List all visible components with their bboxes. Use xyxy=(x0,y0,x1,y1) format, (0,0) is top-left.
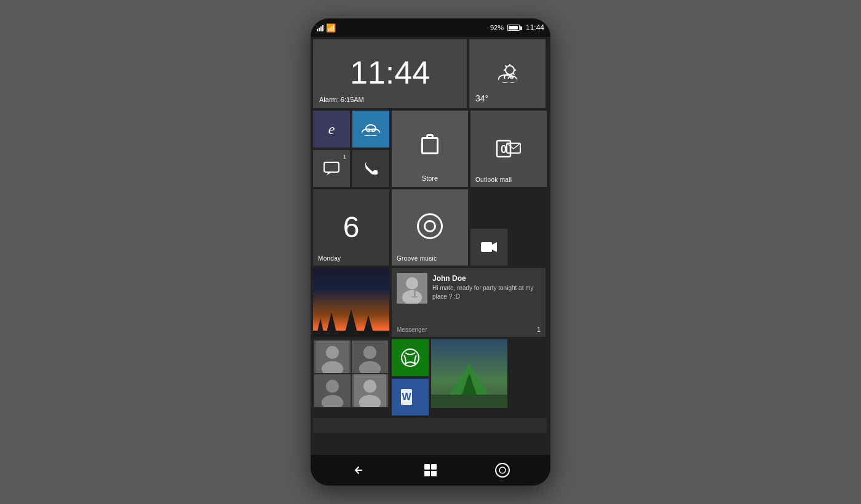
battery-icon xyxy=(507,25,520,31)
small-tiles-column: e xyxy=(313,111,389,187)
edge-icon: e xyxy=(328,121,335,138)
tile-video[interactable] xyxy=(470,229,507,266)
tile-partial xyxy=(313,418,547,433)
xbox-word-column: W xyxy=(392,339,429,415)
outlook-icon: 0 xyxy=(496,137,522,160)
svg-point-29 xyxy=(406,277,418,289)
svg-rect-15 xyxy=(366,132,376,135)
xbox-icon xyxy=(400,348,420,368)
photo-icon xyxy=(431,339,507,408)
word-icon: W xyxy=(400,388,421,406)
tile-groove[interactable]: Groove music xyxy=(392,189,468,266)
messenger-contact-name: John Doe xyxy=(432,274,541,283)
status-right: 92% 11:44 xyxy=(490,23,544,32)
status-left: 📶 xyxy=(317,23,336,33)
bottom-nav xyxy=(311,455,550,486)
tile-onedrive[interactable] xyxy=(352,111,389,148)
svg-rect-27 xyxy=(313,331,389,337)
calendar-day: Monday xyxy=(318,255,341,262)
people-thumb-1 xyxy=(314,341,351,373)
tile-messenger[interactable]: John Doe Hi mate, ready for party tonigh… xyxy=(392,268,546,337)
tile-sunset-bg xyxy=(313,268,389,337)
row-4: John Doe Hi mate, ready for party tonigh… xyxy=(313,268,548,337)
svg-line-6 xyxy=(513,73,514,74)
tile-calendar[interactable]: 6 Monday xyxy=(313,189,389,266)
svg-marker-22 xyxy=(492,242,497,252)
status-time: 11:44 xyxy=(526,23,544,32)
svg-rect-10 xyxy=(499,79,517,82)
row-1: 11:44 Alarm: 6:15AM xyxy=(313,39,548,108)
svg-point-53 xyxy=(499,467,506,473)
cortana-button[interactable] xyxy=(490,458,515,482)
people-thumb-4 xyxy=(352,374,388,407)
video-icon xyxy=(480,240,498,254)
groove-label: Groove music xyxy=(397,255,437,262)
row-6 xyxy=(313,418,548,433)
windows-logo-icon xyxy=(424,464,437,476)
svg-point-37 xyxy=(363,346,376,359)
svg-text:0: 0 xyxy=(501,143,507,156)
tile-people[interactable] xyxy=(313,339,389,408)
store-icon xyxy=(421,137,438,156)
svg-point-40 xyxy=(326,380,339,393)
messenger-app-label: Messenger xyxy=(397,326,427,333)
svg-rect-21 xyxy=(481,242,492,252)
messenger-avatar xyxy=(397,273,427,304)
tile-weather[interactable]: 34° xyxy=(469,39,546,108)
clock-time: 11:44 xyxy=(350,57,430,89)
sunset-trees-icon xyxy=(313,300,389,337)
contact-avatar xyxy=(397,273,427,304)
svg-text:W: W xyxy=(402,392,411,402)
phone-icon xyxy=(364,161,378,176)
windows-button[interactable] xyxy=(418,458,443,482)
clock-alarm: Alarm: 6:15AM xyxy=(319,96,364,103)
battery-percent: 92% xyxy=(490,24,504,31)
outlook-label: Outlook mail xyxy=(475,176,512,183)
messenger-text: John Doe Hi mate, ready for party tonigh… xyxy=(432,273,541,332)
svg-line-5 xyxy=(506,66,507,67)
onedrive-icon xyxy=(362,122,380,136)
tile-word[interactable]: W xyxy=(392,379,429,415)
row-5: W xyxy=(313,339,548,415)
messaging-icon xyxy=(323,162,339,175)
back-button[interactable] xyxy=(346,458,371,482)
messenger-message: Hi mate, ready for party tonight at my p… xyxy=(432,284,541,301)
wifi-icon: 📶 xyxy=(326,23,336,33)
weather-icon xyxy=(495,63,520,85)
row-3: 6 Monday Groove music xyxy=(313,189,548,266)
svg-point-34 xyxy=(326,346,339,359)
weather-temp: 34° xyxy=(475,93,488,103)
svg-point-45 xyxy=(402,349,419,366)
people-thumb-3 xyxy=(314,374,351,407)
people-thumb-2 xyxy=(352,341,388,373)
signal-icon xyxy=(317,24,323,31)
phone-frame: 📶 92% 11:44 11:44 Alarm: 6:15AM xyxy=(311,18,550,486)
tile-edge[interactable]: e xyxy=(313,111,350,148)
svg-point-13 xyxy=(366,125,376,132)
status-bar: 📶 92% 11:44 xyxy=(311,18,550,37)
tile-phone[interactable] xyxy=(352,150,389,187)
svg-rect-32 xyxy=(411,296,418,297)
tile-xbox[interactable] xyxy=(392,339,429,376)
tile-photo[interactable] xyxy=(431,339,507,408)
tile-area: 11:44 Alarm: 6:15AM xyxy=(311,37,550,455)
messenger-count: 1 xyxy=(537,326,541,333)
cortana-icon xyxy=(494,462,510,478)
calendar-number: 6 xyxy=(343,213,360,242)
tile-messaging[interactable]: 1 xyxy=(313,150,350,187)
store-label: Store xyxy=(392,175,468,182)
svg-point-52 xyxy=(496,463,509,477)
tile-clock[interactable]: 11:44 Alarm: 6:15AM xyxy=(313,39,467,108)
back-icon xyxy=(352,464,365,476)
svg-point-43 xyxy=(363,380,376,393)
messaging-badge: 1 xyxy=(343,154,346,160)
svg-point-0 xyxy=(506,66,514,74)
groove-icon xyxy=(417,213,443,239)
tile-outlook[interactable]: 0 Outlook mail xyxy=(470,111,547,187)
svg-rect-16 xyxy=(324,162,339,172)
messenger-footer: Messenger 1 xyxy=(397,326,541,333)
tile-store[interactable]: Store xyxy=(392,111,468,187)
row-2: e xyxy=(313,111,548,187)
svg-rect-51 xyxy=(431,395,507,408)
